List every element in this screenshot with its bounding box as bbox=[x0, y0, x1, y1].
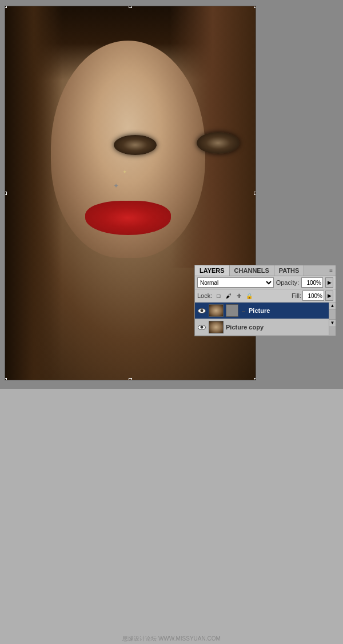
layer-thumb-picture-top bbox=[209, 304, 224, 317]
eye-pupil-picturecopy-top bbox=[201, 326, 204, 329]
lock-all-icon-top[interactable]: 🔒 bbox=[245, 292, 253, 300]
opacity-label-top: Opacity: bbox=[276, 279, 299, 286]
eye-right bbox=[197, 132, 240, 154]
lock-brush-icon-top[interactable]: 🖌 bbox=[225, 292, 233, 300]
watermark: 思缘设计论坛 WWW.MISSYUAN.COM bbox=[0, 635, 343, 643]
handle-tr[interactable] bbox=[254, 6, 256, 8]
blend-opacity-row-top: Normal Opacity: ▶ bbox=[195, 276, 336, 289]
crosshair-top: ✦ bbox=[113, 182, 119, 190]
layer-thumb-face-copy-top bbox=[209, 321, 223, 333]
bottom-canvas-area: ✦ LAYERS CHANNELS PATHS ≡ Normal Opac bbox=[0, 400, 343, 644]
opacity-arrow-top[interactable]: ▶ bbox=[325, 277, 333, 288]
top-canvas-area: ✦ ✦ LAYERS CHANNELS PATHS ≡ Normal bbox=[0, 0, 343, 389]
layers-panel-top: LAYERS CHANNELS PATHS ≡ Normal Opacity: … bbox=[194, 265, 336, 336]
layer-name-picturecopy-top: Picture copy bbox=[226, 324, 264, 331]
layers-panel-top-header: LAYERS CHANNELS PATHS ≡ bbox=[195, 265, 336, 276]
layer-mask-picture-top bbox=[226, 304, 238, 317]
lips-area bbox=[85, 201, 171, 235]
scrollbar-track-top: ▼ bbox=[329, 319, 336, 335]
opacity-input-top[interactable] bbox=[301, 277, 323, 288]
layer-eye-picturecopy-top[interactable] bbox=[197, 323, 206, 331]
fill-arrow-top[interactable]: ▶ bbox=[325, 291, 333, 301]
lock-fill-row-top: Lock: □ 🖌 ✛ 🔒 Fill: ▶ bbox=[195, 289, 336, 303]
nose-pierce: ✦ bbox=[122, 169, 127, 174]
eye-icon-picture-top bbox=[198, 308, 206, 313]
handle-tl[interactable] bbox=[5, 6, 7, 8]
handle-bm[interactable] bbox=[129, 378, 132, 380]
layer-eye-picture-top[interactable] bbox=[197, 307, 206, 315]
layer-name-picture-top: Picture bbox=[249, 307, 270, 314]
layer-chain-picture-top: – bbox=[241, 305, 246, 316]
eye-left bbox=[114, 135, 157, 155]
hair-left bbox=[5, 6, 62, 380]
layer-thumb-picturecopy-top bbox=[209, 321, 224, 333]
tab-layers-top[interactable]: LAYERS bbox=[195, 265, 230, 276]
handle-tm[interactable] bbox=[129, 6, 132, 8]
tab-channels-top[interactable]: CHANNELS bbox=[230, 265, 274, 276]
handle-ml[interactable] bbox=[5, 192, 7, 195]
handle-br[interactable] bbox=[254, 378, 256, 380]
scroll-up-top[interactable]: ▲ bbox=[329, 303, 336, 309]
eye-icon-picturecopy-top bbox=[198, 325, 206, 330]
tab-paths-top[interactable]: PATHS bbox=[274, 265, 305, 276]
blend-mode-select-top[interactable]: Normal bbox=[197, 277, 274, 288]
lips-shape bbox=[85, 201, 171, 235]
lock-move-icon-top[interactable]: ✛ bbox=[235, 292, 243, 300]
layers-list-top: – Picture ▲ Picture copy bbox=[195, 303, 336, 336]
lock-label-top: Lock: bbox=[197, 292, 212, 299]
panel-menu-icon-top[interactable]: ≡ bbox=[326, 265, 336, 276]
layer-thumb-face-top bbox=[209, 305, 223, 316]
fill-label-top: Fill: bbox=[292, 292, 301, 299]
handle-bl[interactable] bbox=[5, 378, 7, 380]
lock-pixel-icon-top[interactable]: □ bbox=[214, 292, 222, 300]
eyes-area bbox=[102, 126, 251, 172]
scroll-down-top[interactable]: ▼ bbox=[329, 319, 336, 326]
layer-item-picturecopy-top[interactable]: Picture copy ▼ bbox=[195, 319, 336, 336]
fill-row-top: Fill: ▶ bbox=[292, 291, 333, 301]
eye-pupil-picture-top bbox=[201, 309, 204, 312]
layer-item-picture-top[interactable]: – Picture ▲ bbox=[195, 303, 336, 319]
fill-input-top[interactable] bbox=[302, 291, 324, 301]
handle-mr[interactable] bbox=[254, 192, 256, 195]
